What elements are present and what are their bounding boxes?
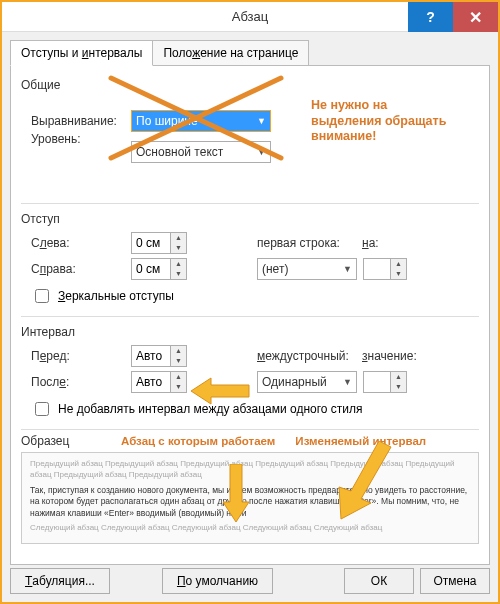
cancel-button[interactable]: Отмена — [420, 568, 490, 594]
chevron-down-icon: ▼ — [257, 147, 266, 157]
preview-box: Предыдущий абзац Предыдущий абзац Предыд… — [21, 452, 479, 544]
select-line-spacing[interactable]: Одинарный▼ — [257, 371, 357, 393]
chevron-up-icon[interactable]: ▲ — [391, 259, 406, 269]
label-spacing: Интервал — [21, 325, 479, 339]
spinner-before[interactable]: ▲▼ — [131, 345, 187, 367]
close-button[interactable]: ✕ — [453, 2, 498, 32]
chevron-down-icon: ▼ — [257, 116, 266, 126]
annotation-changing-interval: Изменяемый интервал — [295, 434, 426, 448]
label-on: на: — [362, 236, 392, 250]
tabulation-button[interactable]: Табуляция... — [10, 568, 110, 594]
select-first-line[interactable]: (нет)▼ — [257, 258, 357, 280]
chevron-down-icon: ▼ — [343, 264, 352, 274]
select-alignment[interactable]: По ширине▼ — [131, 110, 271, 132]
spinner-value[interactable]: ▲▼ — [363, 371, 407, 393]
chevron-up-icon[interactable]: ▲ — [171, 233, 186, 243]
label-left-indent: Слева: — [31, 236, 131, 250]
group-general: Общие Выравнивание: По ширине▼ Не нужно … — [21, 74, 479, 204]
spinner-on[interactable]: ▲▼ — [363, 258, 407, 280]
spinner-right-indent[interactable]: ▲▼ — [131, 258, 187, 280]
titlebar: Абзац ? ✕ — [2, 2, 498, 32]
default-button[interactable]: По умолчанию — [162, 568, 273, 594]
group-indent: Отступ Слева: ▲▼ первая строка: на: — [21, 208, 479, 317]
chevron-down-icon[interactable]: ▼ — [171, 356, 186, 366]
group-spacing: Интервал Перед: ▲▼ междустрочный: значен… — [21, 321, 479, 430]
chevron-down-icon[interactable]: ▼ — [171, 269, 186, 279]
chevron-down-icon[interactable]: ▼ — [171, 243, 186, 253]
window-title: Абзац — [232, 9, 268, 24]
label-first-line: первая строка: — [257, 236, 362, 250]
label-indent: Отступ — [21, 212, 479, 226]
checkbox-mirror-indents[interactable]: Зеркальные отступы — [21, 286, 479, 306]
spinner-after[interactable]: ▲▼ — [131, 371, 187, 393]
annotation-ignore-selection: Не нужно на выделения обращать внимание! — [311, 98, 451, 145]
chevron-down-icon[interactable]: ▼ — [391, 269, 406, 279]
chevron-up-icon[interactable]: ▲ — [171, 372, 186, 382]
label-after: После: — [31, 375, 131, 389]
chevron-up-icon[interactable]: ▲ — [171, 259, 186, 269]
label-before: Перед: — [31, 349, 131, 363]
label-level: Уровень: — [31, 132, 131, 146]
label-value: значение: — [362, 349, 422, 363]
help-button[interactable]: ? — [408, 2, 453, 32]
annotation-current-paragraph: Абзац с которым работаем — [121, 434, 275, 448]
ok-button[interactable]: ОК — [344, 568, 414, 594]
spinner-left-indent[interactable]: ▲▼ — [131, 232, 187, 254]
chevron-up-icon[interactable]: ▲ — [171, 346, 186, 356]
label-general: Общие — [21, 78, 479, 92]
chevron-down-icon: ▼ — [343, 377, 352, 387]
chevron-down-icon[interactable]: ▼ — [171, 382, 186, 392]
label-alignment: Выравнивание: — [31, 114, 131, 128]
select-level[interactable]: Основной текст▼ — [131, 141, 271, 163]
tab-indents-spacing[interactable]: Отступы и интервалы — [10, 40, 153, 66]
chevron-up-icon[interactable]: ▲ — [391, 372, 406, 382]
label-line-spacing: междустрочный: — [257, 349, 362, 363]
chevron-down-icon[interactable]: ▼ — [391, 382, 406, 392]
checkbox-same-style-spacing[interactable]: Не добавлять интервал между абзацами одн… — [21, 399, 479, 419]
label-right-indent: Справа: — [31, 262, 131, 276]
tab-page-position[interactable]: Положение на странице — [152, 40, 309, 66]
label-preview: Образец — [21, 434, 91, 448]
